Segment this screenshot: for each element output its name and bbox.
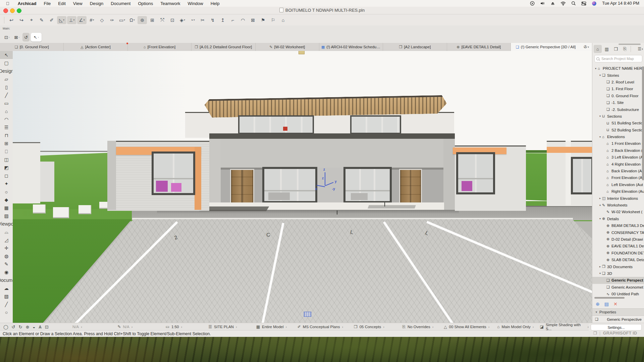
tree-item[interactable]: ⊕ SLAB DETAIL Deta [592, 256, 644, 263]
tree-scrollbar[interactable] [642, 66, 644, 180]
toolbox-item[interactable]: Design [0, 67, 13, 75]
toolbar-button[interactable]: ↯ [208, 16, 217, 24]
tree-item[interactable]: ❏ -1. Site [592, 99, 644, 106]
toolbox-item[interactable]: ▨ [0, 212, 13, 220]
toolbox-item[interactable]: ⌓ [0, 228, 13, 236]
project-map-search[interactable] [594, 55, 642, 62]
toolbox-item[interactable]: ◻ [0, 172, 13, 180]
view-quick-options-button[interactable]: ✇ ▾ [581, 43, 592, 51]
view-nav-icon[interactable]: ◒ [33, 324, 35, 329]
toolbar-button[interactable]: ⊠ [248, 16, 258, 24]
quick-option-segment[interactable]: ✐ MS Conceptual Plans › [296, 323, 344, 331]
toolbox-item[interactable]: ✛ [0, 244, 13, 252]
toolbox-item[interactable]: ○ [0, 308, 13, 316]
view-nav-icon[interactable]: ⊡ [45, 324, 49, 329]
siri-icon[interactable] [592, 1, 597, 6]
toolbox-item[interactable]: ☁ [0, 284, 13, 292]
view-nav-icon[interactable]: ◯ [3, 324, 8, 329]
tree-item[interactable]: ❏ 1. First Floor [592, 85, 644, 92]
expand-arrow-icon[interactable]: ▾ [598, 74, 602, 77]
toolbox-item[interactable]: Viewpoi [0, 220, 13, 228]
sidebar-hscroll-top[interactable] [619, 44, 641, 45]
toolbox-item[interactable]: ☼ [0, 188, 13, 196]
menu-item[interactable]: Help [207, 1, 223, 6]
view-tab[interactable]: ❐ [A.01.2 Detailed Ground Floor] [192, 43, 255, 51]
tree-item[interactable]: ❏ 0. Ground Floor [592, 93, 644, 99]
menu-item[interactable]: Edit [54, 1, 69, 6]
toolbar-button[interactable]: ⚑ [258, 16, 268, 24]
menu-item[interactable]: Document [107, 1, 134, 6]
tree-item[interactable]: ▾ ⌂ Elevations [592, 133, 644, 140]
tree-item[interactable]: ⌂ 2 Back Elevation (A [592, 147, 644, 154]
navigator-action-button[interactable]: ▤ [604, 301, 609, 307]
mini-toolbar-button[interactable]: ⊡ › [3, 33, 11, 42]
tree-item[interactable]: ⌂ Left Elevation (Aut [592, 181, 644, 188]
tree-item[interactable]: ▾ ⌂ PROJECT NAME HERE [592, 65, 644, 72]
menu-item[interactable]: Window [184, 1, 207, 6]
toolbox-item[interactable]: ▯ [0, 83, 13, 91]
view-tab[interactable]: ❒ [A2 Landscape] [383, 43, 447, 51]
search-input[interactable] [601, 56, 639, 61]
tree-item[interactable]: ✎ W-02 Worksheet ( [592, 208, 644, 215]
tree-hscrollbar[interactable] [594, 297, 625, 299]
tree-item[interactable]: ❑ Generic Perspect [592, 277, 644, 284]
navigator-map-button[interactable]: ⎘ [621, 45, 629, 53]
menu-item[interactable]: View [69, 1, 86, 6]
toolbar-button[interactable]: ✎ [37, 16, 46, 24]
toolbar-button[interactable]: # ▾ [87, 16, 97, 24]
navigator-action-button[interactable]: ✕ [613, 301, 618, 307]
apple-menu-icon[interactable]:  [0, 1, 14, 6]
tree-item[interactable]: ▾ ⊔ Sections [592, 113, 644, 120]
tree-item[interactable]: ⊔ S1 Building Sectio [592, 120, 644, 126]
tree-item[interactable]: ⌂ 4 Right Elevation ( [592, 161, 644, 167]
quick-option-segment[interactable]: △ 00 Show All Elements › [442, 323, 491, 331]
expand-arrow-icon[interactable]: ▾ [594, 67, 598, 70]
toolbox-item[interactable]: Docume [0, 276, 13, 284]
quick-option-segment[interactable]: ❒ 05 Concepts › [345, 323, 393, 331]
tree-item[interactable]: ⊕ BEAM DETAIL3 De [592, 222, 644, 229]
view-tab[interactable]: ❏ [0. Ground Floor] [0, 43, 64, 51]
view-nav-icon[interactable]: ↻ [18, 324, 22, 329]
toolbox-item[interactable]: ▧ [0, 292, 13, 300]
settings-button[interactable]: Settings... [591, 324, 642, 330]
tree-item[interactable]: ❏ 2. Roof Level [592, 79, 644, 85]
menu-item[interactable]: Archicad [14, 1, 40, 6]
toolbox-item[interactable]: ✦ [0, 180, 13, 188]
tree-item[interactable]: ▸ ◫ Interior Elevations [592, 195, 644, 201]
quick-option-segment[interactable]: N/A › [52, 323, 101, 331]
toolbox-item[interactable]: ▦ [0, 204, 13, 212]
toolbar-button[interactable]: ↪ [17, 16, 26, 24]
tree-item[interactable]: ❑ Generic Axonomet [592, 284, 644, 291]
mini-toolbar-button[interactable]: ↺ [22, 33, 30, 42]
toolbox-item[interactable]: ◿ [0, 236, 13, 244]
quick-option-segment[interactable]: ▭ 1:50 › [150, 323, 198, 331]
view-tab[interactable]: ⊕ [EAVE DETAIL1 Detail] [447, 43, 511, 51]
toolbox-item[interactable]: ▭ [0, 99, 13, 107]
expand-arrow-icon[interactable]: ▾ [598, 204, 602, 207]
toolbox-item[interactable]: ⊞ [0, 139, 13, 147]
toolbar-button[interactable]: Ω ▾ [127, 16, 137, 24]
tree-item[interactable]: ▸ ❐ 3D Documents [592, 263, 644, 270]
tree-item[interactable]: ▾ ⊕ Details [592, 216, 644, 222]
toolbar-button[interactable]: ⊡ [168, 16, 177, 24]
toolbox-item[interactable]: ▢ [0, 59, 13, 67]
navigator-map-button[interactable]: ▥ [603, 45, 611, 53]
graphisoft-id-row[interactable]: ❐ | GRAPHISOFT ID [589, 331, 644, 336]
toolbar-button[interactable]: ⌖ [27, 16, 36, 24]
tree-item[interactable]: ⌂ Front Elevation (Au [592, 174, 644, 181]
toolbox-item[interactable]: ▱ [0, 75, 13, 83]
expand-arrow-icon[interactable]: ▾ [598, 115, 602, 118]
toolbox-item[interactable]: ☰ [0, 123, 13, 131]
mini-toolbar-button[interactable]: ⊠ › [13, 33, 21, 42]
view-nav-icon[interactable]: ↺ [12, 324, 15, 329]
expand-arrow-icon[interactable]: ▾ [598, 272, 602, 275]
toolbar-button[interactable]: ↥ [218, 16, 227, 24]
expand-arrow-icon[interactable]: ▾ [598, 135, 602, 138]
toolbar-button[interactable]: ◺ ▾ [57, 16, 66, 24]
toolbar-button[interactable]: ▭ ▾ [117, 16, 127, 24]
volume-icon[interactable] [540, 1, 545, 6]
navigator-action-button[interactable]: ⊕ [596, 301, 600, 307]
toolbar-button[interactable]: ✂ [198, 16, 207, 24]
view-nav-icon[interactable]: ⊕ [25, 324, 29, 329]
toolbox-item[interactable]: ◠ [0, 115, 13, 123]
